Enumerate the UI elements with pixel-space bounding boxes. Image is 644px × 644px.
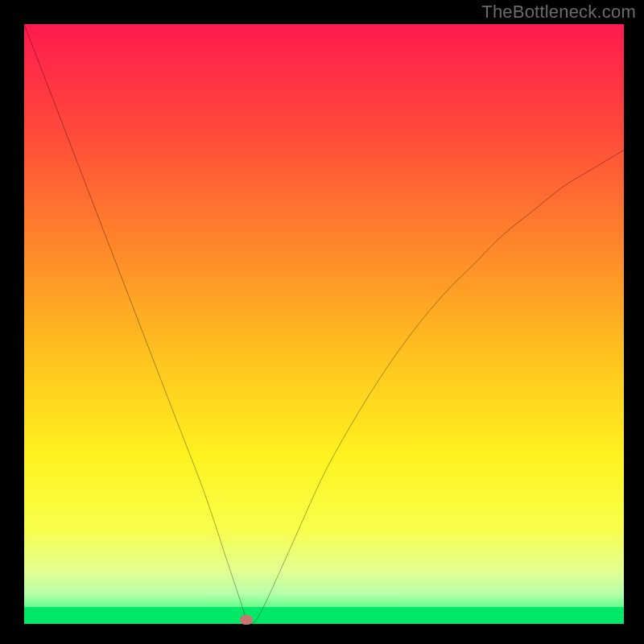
chart-frame: TheBottleneck.com — [0, 0, 644, 644]
watermark-text: TheBottleneck.com — [481, 2, 636, 23]
optimum-marker — [240, 615, 253, 625]
plot-area — [24, 24, 624, 624]
bottleneck-curve — [24, 24, 624, 624]
